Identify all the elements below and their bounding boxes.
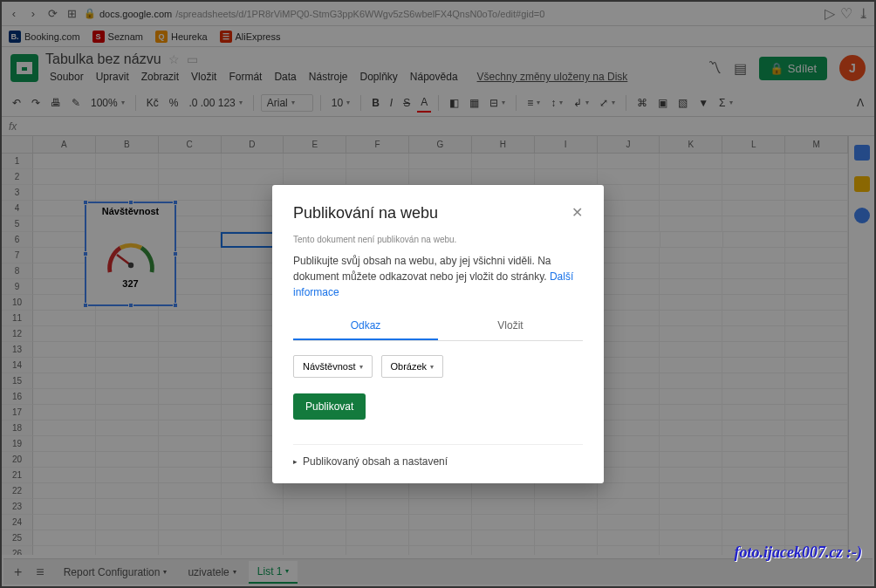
sheet-select[interactable]: Návštěvnost (293, 355, 373, 378)
close-icon[interactable]: ✕ (571, 204, 583, 221)
modal-tabs: OdkazVložit (293, 312, 583, 341)
modal-tab[interactable]: Vložit (438, 312, 583, 340)
publish-button[interactable]: Publikovat (293, 393, 366, 420)
modal-tab[interactable]: Odkaz (293, 312, 438, 340)
publish-modal: Publikování na webu ✕ Tento dokument nen… (272, 185, 604, 483)
modal-overlay: Publikování na webu ✕ Tento dokument nen… (2, 2, 874, 586)
modal-title: Publikování na webu (293, 204, 438, 222)
watermark: foto.ijacek007.cz :-) (735, 544, 862, 562)
format-select[interactable]: Obrázek (381, 355, 444, 378)
modal-subtitle: Tento dokument není publikován na webu. (293, 235, 583, 244)
modal-description: Publikujte svůj obsah na webu, aby jej v… (293, 253, 583, 300)
expand-settings[interactable]: Publikovaný obsah a nastavení (293, 455, 583, 468)
